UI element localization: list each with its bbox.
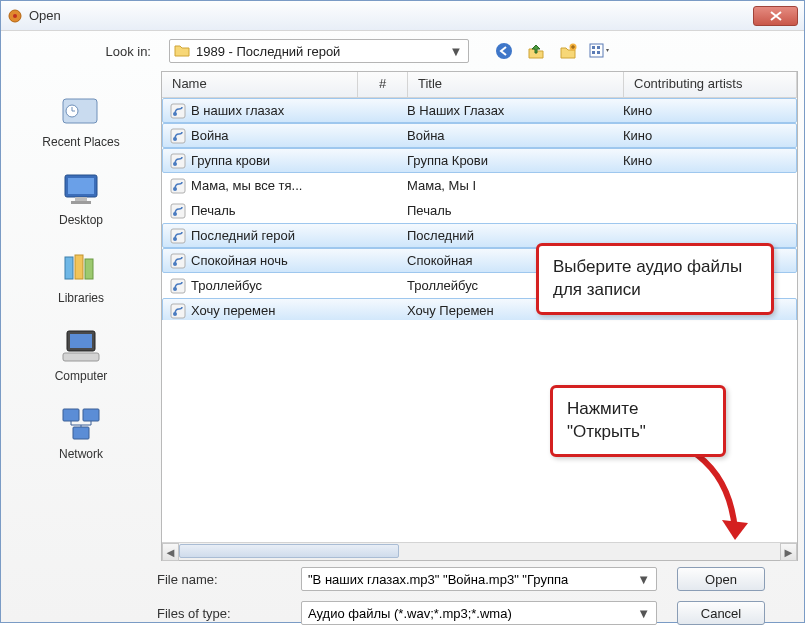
- callout-select-files: Выберите аудио файлы для записи: [536, 243, 774, 315]
- music-file-icon: [169, 177, 187, 195]
- file-row[interactable]: ВойнаВойнаКино: [162, 123, 797, 148]
- svg-rect-32: [171, 204, 185, 218]
- network-icon: [57, 403, 105, 443]
- svg-rect-28: [171, 154, 185, 168]
- place-libraries[interactable]: Libraries: [1, 241, 161, 311]
- open-button[interactable]: Open: [677, 567, 765, 591]
- svg-rect-38: [171, 279, 185, 293]
- place-network-label: Network: [59, 447, 103, 461]
- file-name: Война: [191, 128, 357, 143]
- file-name: Мама, мы все тя...: [191, 178, 357, 193]
- svg-rect-30: [171, 179, 185, 193]
- back-icon: [495, 42, 513, 60]
- column-headers: Name # Title Contributing artists: [162, 72, 797, 98]
- computer-icon: [57, 325, 105, 365]
- svg-rect-8: [597, 51, 600, 54]
- svg-rect-6: [597, 46, 600, 49]
- svg-rect-5: [592, 46, 595, 49]
- view-menu-button[interactable]: [587, 39, 613, 63]
- file-name: Троллейбус: [191, 278, 357, 293]
- callout-press-open: Нажмите "Открыть": [550, 385, 726, 457]
- filetype-label: Files of type:: [1, 606, 301, 621]
- music-file-icon: [169, 227, 187, 245]
- filetype-value: Аудио файлы (*.wav;*.mp3;*.wma): [308, 606, 637, 621]
- svg-point-29: [173, 162, 177, 166]
- libraries-icon: [57, 247, 105, 287]
- file-title: Мама, Мы I: [407, 178, 623, 193]
- file-title: Война: [407, 128, 623, 143]
- place-desktop[interactable]: Desktop: [1, 163, 161, 233]
- col-title[interactable]: Title: [408, 72, 624, 97]
- svg-point-25: [173, 112, 177, 116]
- place-network[interactable]: Network: [1, 397, 161, 467]
- filetype-combo[interactable]: Аудио файлы (*.wav;*.mp3;*.wma) ▼: [301, 601, 657, 625]
- places-bar: Recent Places Desktop Libraries Computer…: [1, 71, 161, 561]
- view-icon: [589, 42, 611, 60]
- app-icon: [7, 8, 23, 24]
- file-title: В Наших Глазах: [407, 103, 623, 118]
- file-artist: Кино: [623, 103, 796, 118]
- svg-rect-16: [75, 255, 83, 279]
- file-row[interactable]: Группа кровиГруппа КровиКино: [162, 148, 797, 173]
- new-folder-button[interactable]: [555, 39, 581, 63]
- file-name: Спокойная ночь: [191, 253, 357, 268]
- svg-point-27: [173, 137, 177, 141]
- file-row[interactable]: ПечальПечаль: [162, 198, 797, 223]
- file-name: Печаль: [191, 203, 357, 218]
- music-file-icon: [169, 127, 187, 145]
- window-title: Open: [29, 8, 753, 23]
- back-button[interactable]: [491, 39, 517, 63]
- svg-rect-36: [171, 254, 185, 268]
- svg-rect-23: [73, 427, 89, 439]
- filename-value: "В наших глазах.mp3" "Война.mp3" "Группа: [308, 572, 637, 587]
- music-file-icon: [169, 202, 187, 220]
- svg-rect-12: [68, 178, 94, 194]
- place-recent[interactable]: Recent Places: [1, 85, 161, 155]
- filename-label: File name:: [1, 572, 301, 587]
- svg-rect-26: [171, 129, 185, 143]
- col-artists[interactable]: Contributing artists: [624, 72, 797, 97]
- file-row[interactable]: Мама, мы все тя...Мама, Мы I: [162, 173, 797, 198]
- lookin-row: Look in: 1989 - Последний герой ▼: [1, 31, 804, 71]
- place-computer[interactable]: Computer: [1, 319, 161, 389]
- svg-rect-24: [171, 104, 185, 118]
- desktop-icon: [57, 169, 105, 209]
- up-button[interactable]: [523, 39, 549, 63]
- folder-icon: [174, 43, 190, 59]
- svg-point-39: [173, 287, 177, 291]
- close-button[interactable]: [753, 6, 798, 26]
- music-file-icon: [169, 152, 187, 170]
- place-desktop-label: Desktop: [59, 213, 103, 227]
- col-number[interactable]: #: [358, 72, 408, 97]
- file-artist: Кино: [623, 153, 796, 168]
- svg-rect-7: [592, 51, 595, 54]
- lookin-combo[interactable]: 1989 - Последний герой ▼: [169, 39, 469, 63]
- cancel-button[interactable]: Cancel: [677, 601, 765, 625]
- svg-rect-17: [85, 259, 93, 279]
- scroll-thumb[interactable]: [179, 544, 399, 558]
- svg-point-2: [496, 43, 512, 59]
- bottom-controls: File name: "В наших глазах.mp3" "Война.m…: [1, 561, 804, 625]
- new-folder-icon: [559, 42, 577, 60]
- col-name[interactable]: Name: [162, 72, 358, 97]
- file-title: Печаль: [407, 203, 623, 218]
- lookin-value: 1989 - Последний герой: [196, 44, 448, 59]
- svg-point-1: [13, 14, 17, 18]
- dropdown-arrow-icon: ▼: [637, 572, 650, 587]
- svg-point-37: [173, 262, 177, 266]
- recent-places-icon: [57, 91, 105, 131]
- svg-point-31: [173, 187, 177, 191]
- svg-point-35: [173, 237, 177, 241]
- filename-combo[interactable]: "В наших глазах.mp3" "Война.mp3" "Группа…: [301, 567, 657, 591]
- scroll-left-icon[interactable]: ◄: [162, 543, 179, 561]
- place-computer-label: Computer: [55, 369, 108, 383]
- title-bar: Open: [1, 1, 804, 31]
- file-row[interactable]: В наших глазахВ Наших ГлазахКино: [162, 98, 797, 123]
- arrow-to-open: [680, 445, 760, 555]
- svg-rect-34: [171, 229, 185, 243]
- svg-rect-21: [63, 409, 79, 421]
- scroll-right-icon[interactable]: ►: [780, 543, 797, 561]
- svg-rect-40: [171, 304, 185, 318]
- lookin-label: Look in:: [1, 44, 161, 59]
- file-title: Группа Крови: [407, 153, 623, 168]
